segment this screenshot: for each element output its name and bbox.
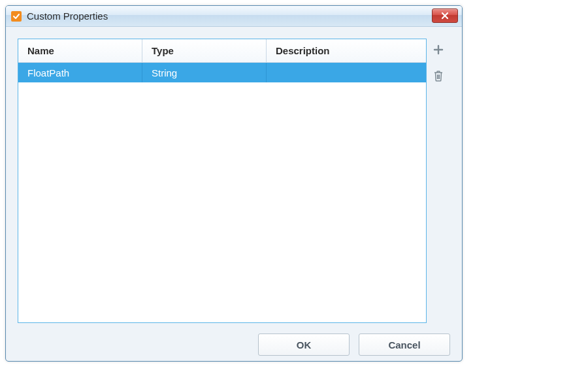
column-header-name[interactable]: Name bbox=[18, 39, 142, 62]
delete-button[interactable] bbox=[431, 69, 446, 83]
cell-name[interactable]: FloatPath bbox=[18, 63, 142, 82]
properties-table: Name Type Description FloatPath String bbox=[18, 39, 427, 323]
cell-type[interactable]: String bbox=[142, 63, 267, 82]
column-header-description[interactable]: Description bbox=[267, 39, 426, 62]
app-icon bbox=[11, 11, 22, 22]
ok-button[interactable]: OK bbox=[258, 333, 350, 356]
plus-icon bbox=[433, 44, 444, 56]
trash-icon bbox=[433, 70, 444, 82]
table-header: Name Type Description bbox=[18, 39, 426, 63]
table-row[interactable]: FloatPath String bbox=[18, 63, 426, 82]
cell-description[interactable] bbox=[267, 63, 426, 82]
column-header-type[interactable]: Type bbox=[142, 39, 267, 62]
add-button[interactable] bbox=[431, 43, 446, 57]
dialog-footer: OK Cancel bbox=[6, 328, 462, 361]
table-body: FloatPath String bbox=[18, 63, 426, 322]
window-title: Custom Properties bbox=[27, 10, 108, 22]
dialog-content: Name Type Description FloatPath String bbox=[18, 39, 450, 323]
close-button[interactable] bbox=[432, 9, 458, 23]
custom-properties-dialog: Custom Properties Name Type Description … bbox=[5, 5, 463, 362]
side-toolbar bbox=[427, 39, 450, 323]
titlebar[interactable]: Custom Properties bbox=[6, 6, 462, 27]
cancel-button[interactable]: Cancel bbox=[359, 333, 450, 356]
